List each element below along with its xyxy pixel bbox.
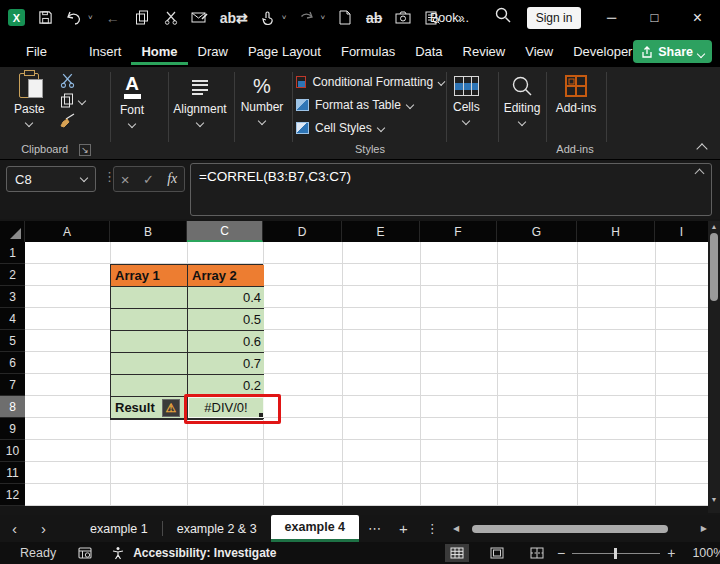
zoom-slider[interactable] <box>572 553 660 554</box>
cell-c3[interactable]: 0.4 <box>188 287 264 309</box>
search-icon[interactable] <box>495 7 511 23</box>
strikethrough-icon[interactable]: ab <box>365 6 383 30</box>
cell-b4[interactable] <box>111 309 188 331</box>
undo-dropdown-icon[interactable]: ˅ <box>88 13 93 22</box>
zoom-in-icon[interactable]: + <box>660 545 682 561</box>
sheet-tab-example-4-active[interactable]: example 4 <box>271 515 359 542</box>
tab-page-layout[interactable]: Page Layout <box>238 37 331 65</box>
font-button[interactable]: A Font <box>120 75 144 127</box>
cut-button[interactable] <box>60 73 75 88</box>
alignment-button[interactable]: Alignment <box>171 77 229 126</box>
accessibility-status[interactable]: Accessibility: Investigate <box>133 546 276 560</box>
horizontal-scrollbar[interactable]: ◀ ▶ <box>450 521 710 536</box>
column-header-b[interactable]: B <box>110 221 187 242</box>
minimize-button[interactable]: ─ <box>589 0 634 35</box>
row-header-8[interactable]: 8 <box>0 396 25 418</box>
new-sheet-icon[interactable]: + <box>390 520 417 537</box>
format-painter-button[interactable] <box>60 113 76 128</box>
conditional-formatting-button[interactable]: Conditional Formatting <box>296 75 444 89</box>
cell-c4[interactable]: 0.5 <box>188 309 264 331</box>
tab-view[interactable]: View <box>515 37 563 65</box>
row-header-5[interactable]: 5 <box>0 330 25 352</box>
cell-b8[interactable]: Result ⚠ <box>111 397 188 419</box>
column-header-e[interactable]: E <box>342 221 420 242</box>
select-all-button[interactable] <box>0 221 25 242</box>
sheet-tab-example-1[interactable]: example 1 <box>76 515 162 542</box>
column-header-d[interactable]: D <box>263 221 342 242</box>
formula-input[interactable]: =CORREL(B3:B7,C3:C7) <box>190 163 712 216</box>
macro-record-icon[interactable] <box>78 547 93 560</box>
tab-review[interactable]: Review <box>453 37 516 65</box>
find-replace-icon[interactable]: ab⇄ <box>220 6 248 30</box>
row-header-3[interactable]: 3 <box>0 286 25 308</box>
row-header-2[interactable]: 2 <box>0 264 25 286</box>
row-header-7[interactable]: 7 <box>0 374 25 396</box>
format-as-table-button[interactable]: Format as Table <box>296 98 444 112</box>
scroll-down-icon[interactable]: ▼ <box>708 496 720 503</box>
share-button[interactable]: Share <box>633 40 712 63</box>
status-ready[interactable]: Ready <box>20 546 56 560</box>
sign-in-button[interactable]: Sign in <box>527 7 581 29</box>
error-warning-icon[interactable]: ⚠ <box>162 399 180 417</box>
clipboard-dialog-launcher-icon[interactable]: ↘ <box>79 144 91 156</box>
vertical-scrollbar[interactable]: ▲ ▼ <box>708 221 720 513</box>
name-box[interactable]: C8 <box>6 166 96 192</box>
collapse-ribbon-icon[interactable] <box>696 143 707 154</box>
tab-insert[interactable]: Insert <box>79 37 132 65</box>
paste-button[interactable]: Paste <box>14 73 45 126</box>
tab-developer[interactable]: Developer <box>563 37 642 65</box>
save-icon[interactable] <box>36 6 54 30</box>
sheet-tab-example-2-3[interactable]: example 2 & 3 <box>163 515 271 542</box>
row-header-10[interactable]: 10 <box>0 440 25 462</box>
row-header-4[interactable]: 4 <box>0 308 25 330</box>
insert-function-icon[interactable]: fx <box>167 171 177 187</box>
zoom-out-icon[interactable]: − <box>550 545 572 561</box>
row-header-1[interactable]: 1 <box>0 242 25 264</box>
zoom-slider-thumb[interactable] <box>614 548 617 559</box>
chevron-down-icon[interactable] <box>78 96 86 104</box>
camera-icon[interactable] <box>394 6 412 30</box>
cells-button[interactable]: Cells <box>453 76 480 124</box>
cell-styles-button[interactable]: Cell Styles <box>296 121 444 135</box>
cut-icon[interactable] <box>162 6 180 30</box>
scroll-left-icon[interactable]: ◀ <box>450 524 462 533</box>
cancel-icon[interactable]: × <box>121 171 130 188</box>
enter-icon[interactable]: ✓ <box>143 172 154 187</box>
new-document-icon[interactable] <box>336 6 354 30</box>
undo-icon[interactable] <box>65 6 83 30</box>
cell-b5[interactable] <box>111 331 188 353</box>
row-header-11[interactable]: 11 <box>0 462 25 484</box>
vertical-scroll-thumb[interactable] <box>710 233 718 301</box>
column-header-h[interactable]: H <box>577 221 655 242</box>
column-header-f[interactable]: F <box>420 221 497 242</box>
cell-c6[interactable]: 0.7 <box>188 353 264 375</box>
copy-icon[interactable] <box>133 6 151 30</box>
sheet-menu-icon[interactable]: ⋮ <box>417 521 448 536</box>
page-layout-view-icon[interactable] <box>485 544 509 562</box>
tab-draw[interactable]: Draw <box>188 37 238 65</box>
touch-mode-icon[interactable] <box>259 6 277 30</box>
zoom-level[interactable]: 100% <box>692 546 720 560</box>
row-header-12[interactable]: 12 <box>0 484 25 506</box>
sheet-prev-icon[interactable]: ‹ <box>0 520 29 537</box>
tab-data[interactable]: Data <box>405 37 452 65</box>
maximize-button[interactable]: □ <box>632 0 677 35</box>
sheet-next-icon[interactable]: › <box>29 520 58 537</box>
cell-c5[interactable]: 0.6 <box>188 331 264 353</box>
normal-view-icon[interactable] <box>445 544 469 562</box>
cell-b7[interactable] <box>111 375 188 397</box>
row-header-6[interactable]: 6 <box>0 352 25 374</box>
tab-home[interactable]: Home <box>131 37 187 65</box>
scroll-right-icon[interactable]: ▶ <box>698 524 710 533</box>
page-break-view-icon[interactable] <box>525 544 549 562</box>
touch-mode-dropdown-icon[interactable]: ˅ <box>282 13 287 22</box>
copy-button[interactable] <box>60 93 74 108</box>
number-button[interactable]: % Number <box>238 76 286 124</box>
email-icon[interactable] <box>191 6 209 30</box>
close-button[interactable]: × <box>675 0 720 35</box>
tab-file[interactable]: File <box>16 37 57 65</box>
addins-button[interactable]: Add-ins <box>554 75 598 115</box>
cell-b6[interactable] <box>111 353 188 375</box>
cell-c2[interactable]: Array 2 <box>188 265 264 287</box>
column-header-c[interactable]: C <box>187 221 263 242</box>
